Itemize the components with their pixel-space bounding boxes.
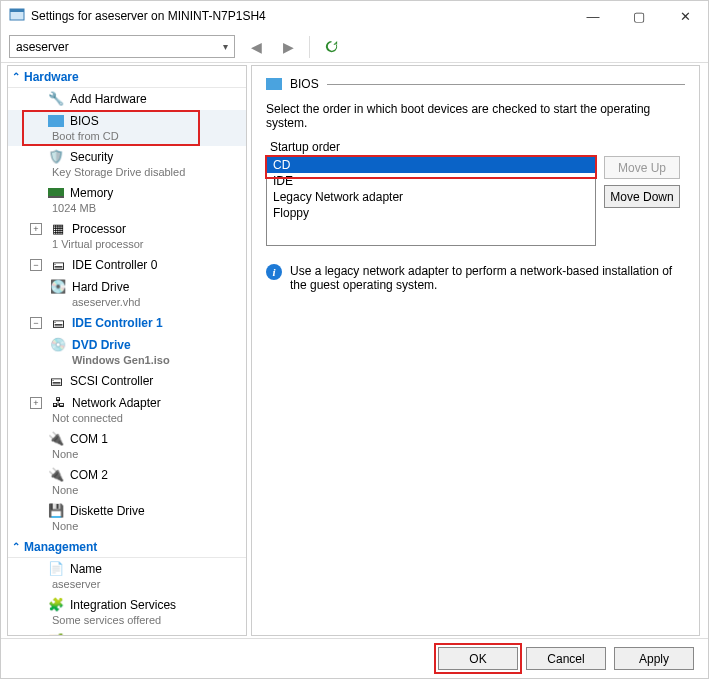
info-icon: i (266, 264, 282, 280)
move-down-button[interactable]: Move Down (604, 185, 680, 208)
shield-icon: 🛡️ (48, 149, 64, 165)
svg-rect-3 (48, 188, 64, 196)
disk-icon: 💽 (50, 279, 66, 295)
nav-forward-button[interactable]: ▶ (277, 36, 299, 58)
window-title: Settings for aseserver on MININT-N7P1SH4 (31, 9, 570, 23)
section-label: Hardware (24, 70, 79, 84)
panel-title: BIOS (290, 77, 319, 91)
collapse-icon[interactable]: − (30, 259, 42, 271)
collapse-icon: ⌃ (12, 71, 20, 82)
bios-icon (266, 76, 282, 92)
group-label: Startup order (270, 140, 685, 154)
minimize-button[interactable]: — (570, 1, 616, 31)
collapse-icon: ⌃ (12, 541, 20, 552)
svg-rect-4 (48, 196, 64, 198)
collapse-icon[interactable]: − (30, 317, 42, 329)
tree-item-dvd-drive[interactable]: 💿DVD Drive Windows Gen1.iso (8, 334, 246, 370)
add-hardware-icon: 🔧 (48, 91, 64, 107)
tree-item-sub: Boot from CD (30, 129, 242, 143)
panel-description: Select the order in which boot devices a… (266, 102, 685, 130)
section-management[interactable]: ⌃ Management (8, 536, 246, 558)
com-port-icon: 🔌 (48, 467, 64, 483)
network-icon: 🖧 (50, 395, 66, 411)
scsi-icon: 🖴 (48, 373, 64, 389)
name-icon: 📄 (48, 561, 64, 577)
vm-selector-value: aseserver (16, 40, 69, 54)
settings-panel: BIOS Select the order in which boot devi… (251, 65, 700, 636)
maximize-button[interactable]: ▢ (616, 1, 662, 31)
title-bar: Settings for aseserver on MININT-N7P1SH4… (1, 1, 708, 31)
services-icon: 🧩 (48, 597, 64, 613)
tree-item-scsi[interactable]: 🖴SCSI Controller (8, 370, 246, 392)
tree-item-integration[interactable]: 🧩Integration Services Some services offe… (8, 594, 246, 630)
controller-icon: 🖴 (50, 257, 66, 273)
diskette-icon: 💾 (48, 503, 64, 519)
tree-item-processor[interactable]: +▦Processor 1 Virtual processor (8, 218, 246, 254)
com-port-icon: 🔌 (48, 431, 64, 447)
list-item[interactable]: CD (267, 157, 595, 173)
toolbar: aseserver ▾ ◀ ▶ (1, 31, 708, 63)
controller-icon: 🖴 (50, 315, 66, 331)
dvd-icon: 💿 (50, 337, 66, 353)
tree-item-network[interactable]: +🖧Network Adapter Not connected (8, 392, 246, 428)
memory-icon (48, 185, 64, 201)
move-up-button: Move Up (604, 156, 680, 179)
tree-item-ide1[interactable]: −🖴IDE Controller 1 (8, 312, 246, 334)
bios-icon (48, 113, 64, 129)
nav-back-button[interactable]: ◀ (245, 36, 267, 58)
apply-button[interactable]: Apply (614, 647, 694, 670)
tree-item-com1[interactable]: 🔌COM 1 None (8, 428, 246, 464)
expand-icon[interactable]: + (30, 223, 42, 235)
tree-item-hard-drive[interactable]: 💽Hard Drive aseserver.vhd (8, 276, 246, 312)
list-item[interactable]: IDE (267, 173, 595, 189)
tree-item-memory[interactable]: Memory 1024 MB (8, 182, 246, 218)
settings-icon (9, 7, 25, 26)
divider (327, 84, 685, 85)
checkpoint-icon: 🗂️ (48, 633, 64, 636)
tree-item-name[interactable]: 📄Name aseserver (8, 558, 246, 594)
svg-rect-1 (10, 9, 24, 12)
tree-item-checkpoints[interactable]: 🗂️Checkpoints Standard (8, 630, 246, 636)
info-text: Use a legacy network adapter to perform … (290, 264, 685, 292)
toolbar-separator (309, 36, 310, 58)
tree-item-com2[interactable]: 🔌COM 2 None (8, 464, 246, 500)
svg-rect-5 (266, 78, 282, 90)
chevron-down-icon: ▾ (223, 41, 228, 52)
list-item[interactable]: Floppy (267, 205, 595, 221)
processor-icon: ▦ (50, 221, 66, 237)
list-item[interactable]: Legacy Network adapter (267, 189, 595, 205)
tree-item-ide0[interactable]: −🖴IDE Controller 0 (8, 254, 246, 276)
ok-button[interactable]: OK (438, 647, 518, 670)
close-button[interactable]: ✕ (662, 1, 708, 31)
hardware-tree[interactable]: ⌃ Hardware 🔧Add Hardware BIOS Boot from … (7, 65, 247, 636)
tree-item-bios[interactable]: BIOS Boot from CD (8, 110, 246, 146)
startup-order-listbox[interactable]: CD IDE Legacy Network adapter Floppy (266, 156, 596, 246)
dialog-buttons: OK Cancel Apply (1, 638, 708, 678)
tree-item-diskette[interactable]: 💾Diskette Drive None (8, 500, 246, 536)
refresh-button[interactable] (320, 36, 342, 58)
section-hardware[interactable]: ⌃ Hardware (8, 66, 246, 88)
tree-item-security[interactable]: 🛡️Security Key Storage Drive disabled (8, 146, 246, 182)
cancel-button[interactable]: Cancel (526, 647, 606, 670)
tree-item-add-hardware[interactable]: 🔧Add Hardware (8, 88, 246, 110)
vm-selector-dropdown[interactable]: aseserver ▾ (9, 35, 235, 58)
svg-rect-2 (48, 115, 64, 127)
expand-icon[interactable]: + (30, 397, 42, 409)
